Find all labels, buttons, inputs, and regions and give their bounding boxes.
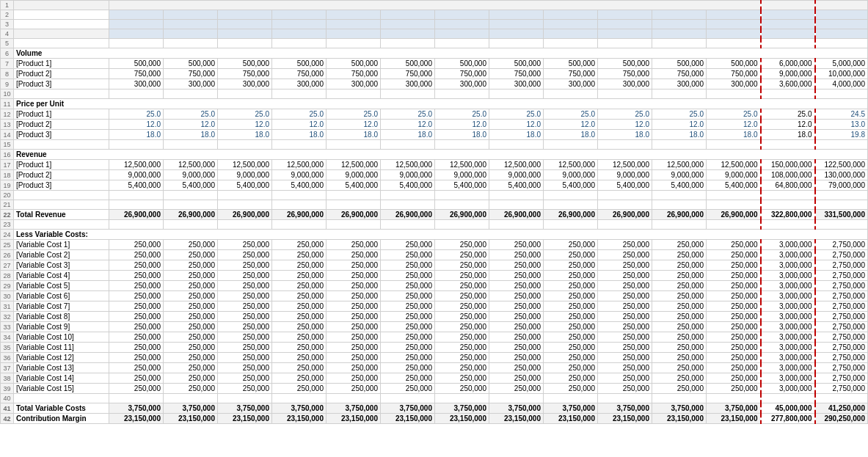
cell-32-10: 250,000: [652, 312, 707, 322]
cell-33-10: 250,000: [652, 322, 707, 332]
row-num-40: 40: [1, 394, 14, 403]
cell-41-2: 3,750,000: [218, 403, 272, 414]
month-nov: [652, 29, 707, 39]
cell-32-3: 250,000: [272, 312, 327, 322]
table-row: 13[Product 2]12.012.012.012.012.012.012.…: [1, 120, 868, 130]
cell-37-10: 250,000: [652, 363, 707, 373]
actual-8: 10,000,000: [815, 69, 868, 79]
actual-31: 2,750,000: [815, 301, 868, 312]
table-row: 32[Variable Cost 8]250,000250,000250,000…: [1, 312, 868, 322]
cell-27-10: 250,000: [652, 260, 707, 271]
cell-33-7: 250,000: [489, 322, 544, 332]
cell-39-7: 250,000: [489, 384, 544, 394]
cell-42-6: 23,150,000: [435, 414, 489, 424]
cell-33-11: 250,000: [707, 322, 761, 332]
cell-22-0: 26,900,000: [109, 210, 164, 220]
cell-38-6: 250,000: [435, 373, 489, 384]
actual-27: 2,750,000: [815, 260, 868, 271]
section-row: 16Revenue: [1, 150, 868, 160]
cell-14-8: 18.0: [544, 130, 598, 140]
cell-42-9: 23,150,000: [598, 414, 652, 424]
month-oct: [598, 29, 652, 39]
row-label-28: [Variable Cost 4]: [14, 271, 109, 281]
row-num-17: 17: [1, 160, 14, 170]
cell-32-2: 250,000: [218, 312, 272, 322]
row-label-41: Total Variable Costs: [14, 403, 109, 414]
cell-33-3: 250,000: [272, 322, 327, 332]
cell-41-8: 3,750,000: [544, 403, 598, 414]
cell-31-9: 250,000: [598, 301, 652, 312]
cell-36-9: 250,000: [598, 353, 652, 363]
row-label-34: [Variable Cost 10]: [14, 332, 109, 343]
row-label-36: [Variable Cost 12]: [14, 353, 109, 363]
total-9: 3,600,000: [761, 79, 815, 89]
row-num-22: 22: [1, 210, 14, 220]
cell-28-6: 250,000: [435, 271, 489, 281]
month-mar: [218, 29, 272, 39]
cell-41-10: 3,750,000: [652, 403, 707, 414]
cell-18-10: 9,000,000: [652, 170, 707, 180]
actual-38: 2,750,000: [815, 373, 868, 384]
table-row: 29[Variable Cost 5]250,000250,000250,000…: [1, 281, 868, 291]
row-num-39: 39: [1, 384, 14, 394]
cell-28-9: 250,000: [598, 271, 652, 281]
cell-31-1: 250,000: [164, 301, 218, 312]
cell-30-4: 250,000: [327, 291, 381, 301]
cell-18-4: 9,000,000: [327, 170, 381, 180]
budget-dec: [707, 10, 761, 20]
cell-14-11: 18.0: [707, 130, 761, 140]
cell-32-8: 250,000: [544, 312, 598, 322]
cell-37-2: 250,000: [218, 363, 272, 373]
total-34: 3,000,000: [761, 332, 815, 343]
cell-9-8: 300,000: [544, 79, 598, 89]
cell-26-4: 250,000: [327, 250, 381, 260]
cell-36-11: 250,000: [707, 353, 761, 363]
cell-38-9: 250,000: [598, 373, 652, 384]
cell-12-8: 25.0: [544, 109, 598, 120]
cell-36-2: 250,000: [218, 353, 272, 363]
cell-13-4: 12.0: [327, 120, 381, 130]
cell-12-10: 25.0: [652, 109, 707, 120]
table-row: 25[Variable Cost 1]250,000250,000250,000…: [1, 240, 868, 250]
cell-29-10: 250,000: [652, 281, 707, 291]
cell-17-5: 12,500,000: [381, 160, 435, 170]
row2-a: [14, 10, 109, 20]
cell-35-1: 250,000: [164, 343, 218, 353]
cell-34-1: 250,000: [164, 332, 218, 343]
cell-25-9: 250,000: [598, 240, 652, 250]
cell-19-7: 5,400,000: [489, 180, 544, 191]
cell-32-1: 250,000: [164, 312, 218, 322]
cell-31-10: 250,000: [652, 301, 707, 312]
cell-19-4: 5,400,000: [327, 180, 381, 191]
total-32: 3,000,000: [761, 312, 815, 322]
cell-34-5: 250,000: [381, 332, 435, 343]
cell-18-9: 9,000,000: [598, 170, 652, 180]
row-label-18: [Product 2]: [14, 170, 109, 180]
cell-37-6: 250,000: [435, 363, 489, 373]
cell-22-1: 26,900,000: [164, 210, 218, 220]
cell-27-1: 250,000: [164, 260, 218, 271]
cell-27-4: 250,000: [327, 260, 381, 271]
actual-26: 2,750,000: [815, 250, 868, 260]
cell-35-2: 250,000: [218, 343, 272, 353]
cell-19-2: 5,400,000: [218, 180, 272, 191]
cell-42-3: 23,150,000: [272, 414, 327, 424]
cell-32-6: 250,000: [435, 312, 489, 322]
cell-42-0: 23,150,000: [109, 414, 164, 424]
logo: [14, 1, 109, 10]
cell-29-6: 250,000: [435, 281, 489, 291]
cell-7-11: 500,000: [707, 59, 761, 69]
cell-36-1: 250,000: [164, 353, 218, 363]
month-sep: [544, 29, 598, 39]
cell-33-6: 250,000: [435, 322, 489, 332]
table-row: 27[Variable Cost 3]250,000250,000250,000…: [1, 260, 868, 271]
cell-8-2: 750,000: [218, 69, 272, 79]
cell-37-9: 250,000: [598, 363, 652, 373]
cell-39-6: 250,000: [435, 384, 489, 394]
cell-30-8: 250,000: [544, 291, 598, 301]
cell-7-4: 500,000: [327, 59, 381, 69]
total-19: 64,800,000: [761, 180, 815, 191]
cell-35-3: 250,000: [272, 343, 327, 353]
cell-39-5: 250,000: [381, 384, 435, 394]
cell-39-11: 250,000: [707, 384, 761, 394]
